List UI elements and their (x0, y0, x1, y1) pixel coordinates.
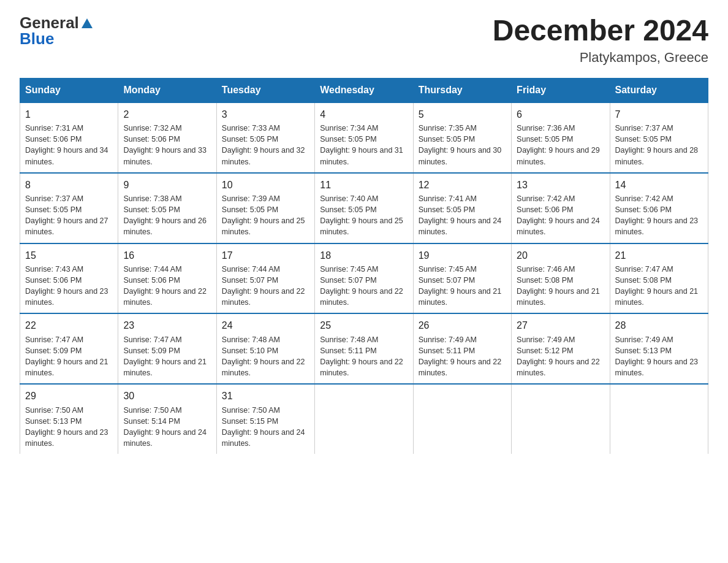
calendar-cell: 17 Sunrise: 7:44 AMSunset: 5:07 PMDaylig… (216, 243, 314, 314)
calendar-cell: 2 Sunrise: 7:32 AMSunset: 5:06 PMDayligh… (118, 102, 216, 173)
day-info: Sunrise: 7:35 AMSunset: 5:05 PMDaylight:… (419, 123, 506, 167)
col-friday: Friday (512, 78, 610, 102)
day-info: Sunrise: 7:44 AMSunset: 5:06 PMDaylight:… (123, 264, 211, 308)
day-info: Sunrise: 7:34 AMSunset: 5:05 PMDaylight:… (320, 123, 408, 167)
calendar-cell: 26 Sunrise: 7:49 AMSunset: 5:11 PMDaylig… (413, 313, 511, 384)
day-info: Sunrise: 7:36 AMSunset: 5:05 PMDaylight:… (517, 123, 604, 167)
calendar-cell: 7 Sunrise: 7:37 AMSunset: 5:05 PMDayligh… (610, 102, 708, 173)
calendar-cell: 3 Sunrise: 7:33 AMSunset: 5:05 PMDayligh… (216, 102, 314, 173)
calendar-cell: 22 Sunrise: 7:47 AMSunset: 5:09 PMDaylig… (20, 313, 118, 384)
day-number: 15 (25, 249, 113, 262)
calendar-header: Sunday Monday Tuesday Wednesday Thursday… (20, 78, 708, 102)
day-info: Sunrise: 7:49 AMSunset: 5:11 PMDaylight:… (419, 334, 506, 379)
week-row: 8 Sunrise: 7:37 AMSunset: 5:05 PMDayligh… (20, 173, 708, 243)
calendar-cell: 30 Sunrise: 7:50 AMSunset: 5:14 PMDaylig… (118, 384, 216, 454)
calendar-cell: 10 Sunrise: 7:39 AMSunset: 5:05 PMDaylig… (216, 173, 314, 243)
day-info: Sunrise: 7:44 AMSunset: 5:07 PMDaylight:… (222, 264, 309, 308)
day-info: Sunrise: 7:39 AMSunset: 5:05 PMDaylight:… (222, 193, 309, 238)
calendar-cell: 27 Sunrise: 7:49 AMSunset: 5:12 PMDaylig… (512, 313, 610, 384)
day-info: Sunrise: 7:47 AMSunset: 5:08 PMDaylight:… (615, 264, 703, 308)
day-info: Sunrise: 7:47 AMSunset: 5:09 PMDaylight:… (123, 334, 211, 379)
day-number: 25 (320, 319, 408, 332)
day-info: Sunrise: 7:49 AMSunset: 5:13 PMDaylight:… (615, 334, 703, 379)
header-row: Sunday Monday Tuesday Wednesday Thursday… (20, 78, 708, 102)
day-number: 14 (615, 178, 703, 192)
calendar-cell: 12 Sunrise: 7:41 AMSunset: 5:05 PMDaylig… (413, 173, 511, 243)
day-number: 29 (25, 389, 113, 403)
day-number: 17 (222, 249, 309, 262)
day-number: 2 (123, 108, 211, 121)
day-number: 11 (320, 178, 408, 192)
day-info: Sunrise: 7:43 AMSunset: 5:06 PMDaylight:… (25, 264, 113, 308)
calendar-cell: 25 Sunrise: 7:48 AMSunset: 5:11 PMDaylig… (315, 313, 413, 384)
day-number: 6 (517, 108, 604, 121)
day-number: 18 (320, 249, 408, 262)
day-number: 30 (123, 389, 211, 403)
day-number: 4 (320, 108, 408, 121)
col-thursday: Thursday (413, 78, 511, 102)
day-info: Sunrise: 7:32 AMSunset: 5:06 PMDaylight:… (123, 123, 211, 167)
day-info: Sunrise: 7:38 AMSunset: 5:05 PMDaylight:… (123, 193, 211, 238)
calendar-cell: 18 Sunrise: 7:45 AMSunset: 5:07 PMDaylig… (315, 243, 413, 314)
day-number: 22 (25, 319, 113, 332)
day-info: Sunrise: 7:37 AMSunset: 5:05 PMDaylight:… (25, 193, 113, 238)
day-number: 19 (419, 249, 506, 262)
day-info: Sunrise: 7:45 AMSunset: 5:07 PMDaylight:… (320, 264, 408, 308)
day-info: Sunrise: 7:33 AMSunset: 5:05 PMDaylight:… (222, 123, 309, 167)
day-number: 5 (419, 108, 506, 121)
week-row: 15 Sunrise: 7:43 AMSunset: 5:06 PMDaylig… (20, 243, 708, 314)
day-number: 8 (25, 178, 113, 192)
calendar-cell: 29 Sunrise: 7:50 AMSunset: 5:13 PMDaylig… (20, 384, 118, 454)
calendar-cell: 5 Sunrise: 7:35 AMSunset: 5:05 PMDayligh… (413, 102, 511, 173)
day-info: Sunrise: 7:48 AMSunset: 5:10 PMDaylight:… (222, 334, 309, 379)
day-info: Sunrise: 7:46 AMSunset: 5:08 PMDaylight:… (517, 264, 604, 308)
calendar-cell: 31 Sunrise: 7:50 AMSunset: 5:15 PMDaylig… (216, 384, 314, 454)
page-header: General Blue December 2024 Platykampos, … (20, 15, 708, 66)
day-number: 3 (222, 108, 309, 121)
day-number: 27 (517, 319, 604, 332)
day-number: 10 (222, 178, 309, 192)
calendar-cell: 28 Sunrise: 7:49 AMSunset: 5:13 PMDaylig… (610, 313, 708, 384)
calendar-cell (610, 384, 708, 454)
day-number: 26 (419, 319, 506, 332)
day-info: Sunrise: 7:37 AMSunset: 5:05 PMDaylight:… (615, 123, 703, 167)
logo: General Blue (20, 15, 94, 47)
calendar-cell: 20 Sunrise: 7:46 AMSunset: 5:08 PMDaylig… (512, 243, 610, 314)
calendar-cell: 15 Sunrise: 7:43 AMSunset: 5:06 PMDaylig… (20, 243, 118, 314)
day-info: Sunrise: 7:50 AMSunset: 5:14 PMDaylight:… (123, 405, 211, 450)
title-block: December 2024 Platykampos, Greece (493, 15, 708, 66)
day-number: 16 (123, 249, 211, 262)
col-wednesday: Wednesday (315, 78, 413, 102)
location-title: Platykampos, Greece (493, 50, 708, 66)
calendar-body: 1 Sunrise: 7:31 AMSunset: 5:06 PMDayligh… (20, 102, 708, 454)
day-info: Sunrise: 7:50 AMSunset: 5:15 PMDaylight:… (222, 405, 309, 450)
week-row: 22 Sunrise: 7:47 AMSunset: 5:09 PMDaylig… (20, 313, 708, 384)
day-number: 23 (123, 319, 211, 332)
day-number: 7 (615, 108, 703, 121)
col-sunday: Sunday (20, 78, 118, 102)
col-saturday: Saturday (610, 78, 708, 102)
calendar-cell: 24 Sunrise: 7:48 AMSunset: 5:10 PMDaylig… (216, 313, 314, 384)
calendar-cell: 19 Sunrise: 7:45 AMSunset: 5:07 PMDaylig… (413, 243, 511, 314)
day-number: 1 (25, 108, 113, 121)
day-number: 13 (517, 178, 604, 192)
calendar-cell: 23 Sunrise: 7:47 AMSunset: 5:09 PMDaylig… (118, 313, 216, 384)
day-info: Sunrise: 7:47 AMSunset: 5:09 PMDaylight:… (25, 334, 113, 379)
day-info: Sunrise: 7:31 AMSunset: 5:06 PMDaylight:… (25, 123, 113, 167)
day-number: 9 (123, 178, 211, 192)
day-info: Sunrise: 7:45 AMSunset: 5:07 PMDaylight:… (419, 264, 506, 308)
calendar-cell: 13 Sunrise: 7:42 AMSunset: 5:06 PMDaylig… (512, 173, 610, 243)
calendar-cell: 11 Sunrise: 7:40 AMSunset: 5:05 PMDaylig… (315, 173, 413, 243)
day-info: Sunrise: 7:42 AMSunset: 5:06 PMDaylight:… (517, 193, 604, 238)
calendar-cell (512, 384, 610, 454)
day-number: 28 (615, 319, 703, 332)
col-monday: Monday (118, 78, 216, 102)
calendar-cell: 6 Sunrise: 7:36 AMSunset: 5:05 PMDayligh… (512, 102, 610, 173)
calendar-cell (413, 384, 511, 454)
calendar-cell: 8 Sunrise: 7:37 AMSunset: 5:05 PMDayligh… (20, 173, 118, 243)
day-info: Sunrise: 7:40 AMSunset: 5:05 PMDaylight:… (320, 193, 408, 238)
day-number: 20 (517, 249, 604, 262)
logo-general: General (20, 15, 79, 31)
calendar-cell: 1 Sunrise: 7:31 AMSunset: 5:06 PMDayligh… (20, 102, 118, 173)
day-number: 21 (615, 249, 703, 262)
